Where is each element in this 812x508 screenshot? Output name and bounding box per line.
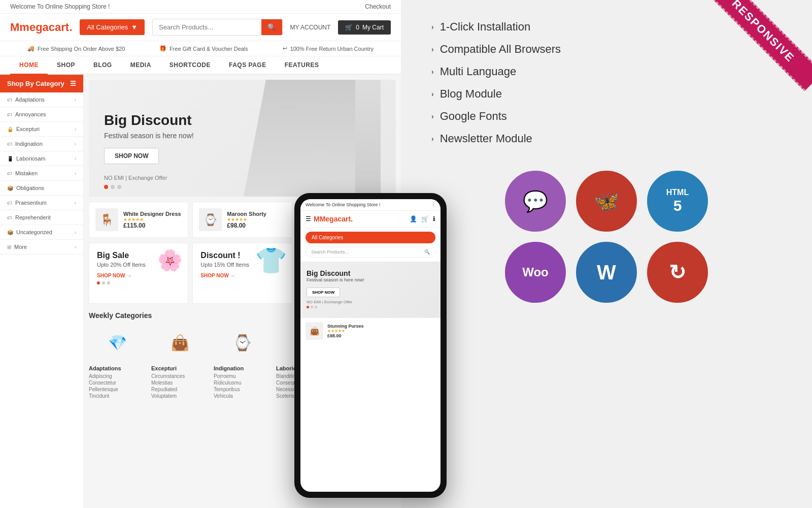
nav-faqs[interactable]: FAQS PAGE — [220, 56, 276, 75]
product-name-0: White Designer Dress — [123, 211, 182, 217]
phone-menu-hamburger[interactable]: ☰ — [306, 215, 311, 223]
hero-banner: Big Discount Festival season is here now… — [89, 80, 396, 197]
product-thumb-1: ⌚ — [199, 208, 222, 231]
nav-home[interactable]: HOME — [10, 56, 48, 75]
weekly-item-1[interactable]: 👜 — [151, 325, 209, 360]
feature-label-1: Compatible All Browsers — [440, 43, 561, 56]
phone-category-bar[interactable]: All Categories — [306, 232, 435, 243]
cart-button[interactable]: 🛒 0 My Cart — [338, 20, 391, 35]
phone-shop-now-button[interactable]: SHOP NOW — [307, 288, 340, 297]
monitor-icon: 📱 — [7, 156, 13, 162]
search-bar: 🔍 — [152, 19, 282, 36]
phone-user-icon[interactable]: 👤 — [410, 215, 417, 223]
product-thumb-0: 🪑 — [95, 208, 118, 231]
sale-link-0[interactable]: SHOP NOW → — [97, 273, 180, 278]
checkout-link[interactable]: Checkout — [365, 3, 391, 10]
chevron-icon: › — [75, 141, 76, 147]
phone-search-bar[interactable]: Search Products... 🔍 — [306, 246, 435, 258]
product-stars-0: ★★★★★ — [123, 217, 182, 222]
chevron-icon: › — [431, 135, 434, 143]
sidebar-item-praesentium[interactable]: 🏷Praesentium › — [0, 196, 83, 210]
slide-dot-2[interactable] — [111, 185, 115, 189]
weekly-item-0[interactable]: 💎 — [89, 325, 146, 360]
account-menu[interactable]: MY ACCOUNT — [290, 24, 331, 31]
chevron-icon: › — [431, 23, 434, 31]
nav-shop[interactable]: SHOP — [48, 56, 84, 75]
chevron-icon: › — [431, 112, 434, 120]
lock-icon: 🔒 — [7, 126, 13, 132]
sale-dot-2[interactable] — [107, 281, 110, 284]
shipping-icon: 🚚 — [27, 45, 35, 52]
html5-icon[interactable]: HTML 5 — [647, 171, 708, 232]
sidebar-item-indignation[interactable]: 🏷Indignation › — [0, 137, 83, 151]
return-info: ↩ 100% Free Return Urban Country — [283, 45, 374, 52]
phone-cart-icon[interactable]: 🛒 — [421, 215, 429, 223]
product-stars-1: ★★★★★ — [227, 217, 285, 222]
sidebar-item-more[interactable]: ⊞More › — [0, 240, 83, 255]
prestashop-icon[interactable]: 🦋 — [576, 171, 637, 232]
phone-search-area: All Categories Search Products... 🔍 — [300, 228, 441, 262]
feature-item-5: › Newsletter Module — [431, 132, 782, 145]
weekly-item-2[interactable]: ⌚ — [214, 325, 271, 360]
product-info-0: White Designer Dress ★★★★★ £115.00 — [123, 211, 182, 229]
phone-info-icon[interactable]: ℹ — [433, 215, 435, 223]
product-name-1: Maroon Shorty — [227, 211, 285, 217]
nav-features[interactable]: FEATURES — [276, 56, 328, 75]
phone-mockup: Welcome To Online Shopping Store ! ⋮ ☰ M… — [294, 193, 447, 498]
chevron-icon: › — [75, 200, 76, 206]
phone-screen: Welcome To Online Shopping Store ! ⋮ ☰ M… — [300, 199, 441, 492]
phone-dot-1[interactable] — [307, 306, 309, 308]
slide-dot-1[interactable] — [104, 185, 108, 189]
nav-media[interactable]: MEDIA — [121, 56, 160, 75]
shop-now-button[interactable]: SHOP NOW — [104, 148, 159, 164]
phone-header: ☰ MMegacart. 👤 🛒 ℹ — [300, 211, 441, 228]
sidebar-item-annoyances[interactable]: 🏷Annoyances — [0, 107, 83, 122]
woocommerce-icon[interactable]: 💬 — [505, 171, 566, 232]
box-icon: 📦 — [7, 185, 13, 191]
gift-info: 🎁 Free Gift Card & Voucher Deals — [159, 45, 248, 52]
sidebar-item-reprehenderit[interactable]: 🏷Reprehenderit — [0, 210, 83, 225]
nav-shortcode[interactable]: SHORTCODE — [160, 56, 220, 75]
feature-item-4: › Google Fonts — [431, 110, 782, 123]
sidebar-item-obligations[interactable]: 📦Obligations — [0, 181, 83, 196]
tag-icon: 🏷 — [7, 171, 12, 176]
sale-dot-0[interactable] — [97, 281, 100, 284]
sidebar-item-uncategorized[interactable]: 📦Uncategorized › — [0, 225, 83, 240]
sale-card-1: Discount ! Upto 15% Off Items SHOP NOW →… — [192, 243, 292, 304]
store-header: Mmegacart. All Categories ▼ 🔍 MY ACCOUNT… — [0, 14, 401, 41]
sidebar-item-laboriosam[interactable]: 📱Laboriosam › — [0, 151, 83, 166]
sidebar-item-adaptations[interactable]: 🏷Adaptations › — [0, 92, 83, 107]
wordpress-icon[interactable]: W — [576, 242, 637, 303]
search-button[interactable]: 🔍 — [261, 19, 282, 35]
phone-product-info: Stunning Purses ★★★★★ £98.00 — [327, 324, 364, 338]
phone-dot-2[interactable] — [311, 306, 313, 308]
woo-icon[interactable]: Woo — [505, 242, 566, 303]
feature-label-2: Multi Language — [440, 65, 516, 78]
phone-menu-icon: ⋮ — [431, 202, 435, 207]
sidebar-title: Shop By Category ☰ — [0, 75, 83, 92]
tag-icon: 🏷 — [7, 141, 12, 147]
weekly-cat-excepturi: Excepturi Circumstances Molestias Repudi… — [151, 365, 209, 400]
tag-icon: 🏷 — [7, 215, 12, 220]
top-announcement-bar: Welcome To Online Shopping Store ! Check… — [0, 0, 401, 14]
sidebar-item-mistaken[interactable]: 🏷Mistaken › — [0, 166, 83, 181]
header-actions: MY ACCOUNT 🛒 0 My Cart — [290, 20, 391, 35]
menu-icon: ☰ — [70, 80, 76, 87]
hero-offer-text: NO EMI | Exchange Offer — [104, 175, 167, 189]
product-price-1: £98.00 — [227, 222, 285, 229]
feature-label-0: 1-Click Installation — [440, 20, 531, 34]
opencart-icon[interactable]: ↻ — [647, 242, 708, 303]
feature-label-5: Newsletter Module — [440, 132, 532, 145]
phone-dot-3[interactable] — [315, 306, 317, 308]
phone-product-card: 👜 Stunning Purses ★★★★★ £98.00 — [300, 318, 441, 344]
category-dropdown[interactable]: All Categories ▼ — [80, 19, 145, 35]
slide-dot-3[interactable] — [117, 185, 121, 189]
sale-dot-1[interactable] — [102, 281, 105, 284]
hero-image: 👟 — [279, 80, 381, 197]
right-panel: RESPONSIVE › 1-Click Installation › Comp… — [401, 0, 812, 508]
chevron-icon: › — [431, 45, 434, 53]
sidebar-item-excepturi[interactable]: 🔒Excepturi › — [0, 122, 83, 137]
product-card-0: 🪑 White Designer Dress ★★★★★ £115.00 — [89, 202, 188, 238]
search-input[interactable] — [153, 19, 261, 35]
nav-blog[interactable]: BLOG — [84, 56, 121, 75]
